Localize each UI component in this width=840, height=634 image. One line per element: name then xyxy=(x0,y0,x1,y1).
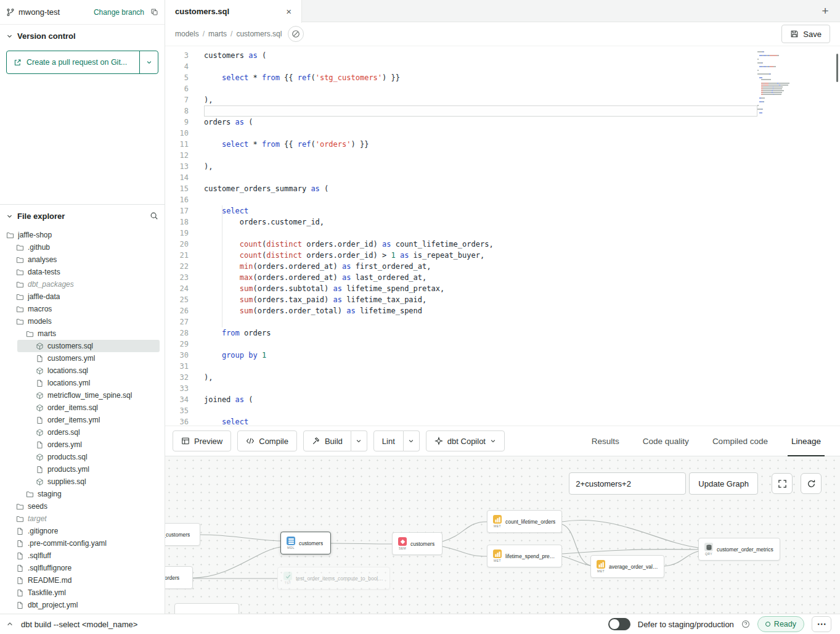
more-options-button[interactable]: ⋯ xyxy=(812,616,831,632)
code-line[interactable]: 16 xyxy=(165,194,840,205)
file-tree-item[interactable]: .sqlfluffignore xyxy=(0,562,165,574)
lineage-node-stg_customers[interactable]: MDLstg_customers xyxy=(165,523,200,546)
file-tree-item[interactable]: .sqlfluff xyxy=(0,550,165,562)
code-line[interactable]: 7), xyxy=(165,94,840,105)
build-button[interactable]: Build xyxy=(303,430,351,451)
file-tree-item[interactable]: order_items.sql xyxy=(0,401,165,414)
code-line[interactable]: 25 sum(orders.tax_paid) as lifetime_tax_… xyxy=(165,294,840,305)
chevron-down-icon[interactable] xyxy=(6,33,13,39)
file-tree-item[interactable]: models xyxy=(0,315,165,327)
code-line[interactable]: 28 from orders xyxy=(165,327,840,339)
code-editor[interactable]: 3customers as (45 select * from {{ ref('… xyxy=(165,46,840,426)
chevron-up-icon[interactable] xyxy=(6,620,14,628)
code-line[interactable]: 24 sum(orders.subtotal) as lifetime_spen… xyxy=(165,283,840,294)
scrollbar[interactable] xyxy=(836,54,838,82)
lineage-node-lifetime_spend_pretax[interactable]: METlifetime_spend_pretax xyxy=(487,545,562,567)
file-tree-item[interactable]: locations.sql xyxy=(0,364,165,377)
code-line[interactable]: 8 xyxy=(165,105,840,117)
breadcrumb-marts[interactable]: marts xyxy=(208,30,227,38)
preview-button[interactable]: Preview xyxy=(173,430,231,451)
code-line[interactable]: 9orders as ( xyxy=(165,117,840,128)
code-line[interactable]: 30 group by 1 xyxy=(165,350,840,361)
new-tab-button[interactable]: + xyxy=(810,0,840,22)
command-bar-text[interactable]: dbt build --select <model_name> xyxy=(21,620,137,629)
update-graph-button[interactable]: Update Graph xyxy=(689,472,758,495)
lineage-node-customers[interactable]: MDLcustomers xyxy=(280,532,331,554)
code-line[interactable]: 34joined as ( xyxy=(165,394,840,405)
code-line[interactable]: 13), xyxy=(165,161,840,172)
file-tree-item[interactable]: supplies.sql xyxy=(0,476,165,488)
file-tree-item[interactable]: seeds xyxy=(0,500,165,513)
file-tree-item[interactable]: products.yml xyxy=(0,463,165,476)
close-icon[interactable]: × xyxy=(286,7,292,16)
file-tree-item[interactable]: jaffle-data xyxy=(0,290,165,303)
tab-lineage[interactable]: Lineage xyxy=(780,426,833,456)
create-pr-button-main[interactable]: Create a pull request on Git... xyxy=(7,51,139,73)
lineage-panel[interactable]: MDLstg_customersMDLordersMDLcustomersSEM… xyxy=(165,456,840,614)
tab-customers-sql[interactable]: customers.sql × xyxy=(165,0,302,23)
lineage-node-average_order_value[interactable]: METaverage_order_value xyxy=(590,555,664,578)
lineage-node-orders[interactable]: MDLorders xyxy=(165,566,193,589)
tab-code-quality[interactable]: Code quality xyxy=(631,426,701,456)
code-line[interactable]: 20 count(distinct orders.order_id) as co… xyxy=(165,239,840,250)
lineage-node-customers[interactable]: SEMcustomers xyxy=(392,532,442,555)
version-control-header[interactable]: Version control xyxy=(0,25,165,47)
file-tree-item[interactable]: .pre-commit-config.yaml xyxy=(0,537,165,550)
code-line[interactable]: 5 select * from {{ ref('stg_customers') … xyxy=(165,72,840,83)
breadcrumb-file[interactable]: customers.sql xyxy=(236,30,282,38)
code-line[interactable]: 33 xyxy=(165,383,840,394)
file-tree-item[interactable]: dbt_project.yml xyxy=(0,599,165,611)
lint-dropdown-button[interactable] xyxy=(404,430,420,451)
file-tree-item[interactable]: jaffle-shop xyxy=(0,229,165,241)
compile-button[interactable]: Compile xyxy=(237,430,297,451)
lint-button[interactable]: Lint xyxy=(373,430,404,451)
code-line[interactable]: 36 select xyxy=(165,416,840,426)
code-line[interactable]: 22 min(orders.ordered_at) as first_order… xyxy=(165,261,840,272)
file-action-button[interactable] xyxy=(288,26,304,42)
code-line[interactable]: 27 xyxy=(165,316,840,327)
dbt-copilot-button[interactable]: dbt Copilot xyxy=(426,430,505,451)
lineage-node-customer_order_metrics[interactable]: QRYcustomer_order_metrics xyxy=(698,538,780,561)
file-tree-item[interactable]: Taskfile.yml xyxy=(0,587,165,599)
defer-toggle[interactable] xyxy=(608,618,630,630)
code-line[interactable]: 18 orders.customer_id, xyxy=(165,216,840,228)
code-line[interactable]: 19 xyxy=(165,228,840,239)
code-line[interactable]: 4 xyxy=(165,61,840,72)
change-branch-link[interactable]: Change branch xyxy=(94,8,144,17)
file-tree-item[interactable]: .github xyxy=(0,241,165,253)
code-line[interactable]: 17 select xyxy=(165,205,840,216)
code-line[interactable]: 32), xyxy=(165,372,840,383)
file-tree-item[interactable]: orders.sql xyxy=(0,426,165,438)
file-tree-item[interactable]: data-tests xyxy=(0,266,165,278)
file-tree-item[interactable]: staging xyxy=(0,488,165,500)
file-tree-item[interactable]: products.sql xyxy=(0,451,165,463)
code-line[interactable]: 26 sum(orders.order_total) as lifetime_s… xyxy=(165,305,840,316)
code-line[interactable]: 23 max(orders.ordered_at) as last_ordere… xyxy=(165,272,840,283)
file-tree-item[interactable]: target xyxy=(0,513,165,525)
create-pr-dropdown[interactable] xyxy=(139,51,158,73)
file-tree-item[interactable]: analyses xyxy=(0,253,165,266)
code-line[interactable]: 3customers as ( xyxy=(165,50,840,61)
code-line[interactable]: 11 select * from {{ ref('orders') }} xyxy=(165,139,840,150)
code-line[interactable]: 31 xyxy=(165,361,840,372)
file-tree-item[interactable]: customers.sql xyxy=(0,340,165,352)
file-tree-item[interactable]: orders.yml xyxy=(0,438,165,451)
file-explorer-header[interactable]: File explorer xyxy=(0,205,165,227)
code-line[interactable]: 12 xyxy=(165,150,840,161)
lineage-node[interactable] xyxy=(174,603,239,614)
file-tree-item[interactable]: macros xyxy=(0,303,165,315)
file-tree-item[interactable]: .gitignore xyxy=(0,525,165,537)
lineage-search-input[interactable] xyxy=(569,472,686,495)
file-tree-item[interactable]: README.md xyxy=(0,574,165,587)
save-button[interactable]: Save xyxy=(781,25,830,43)
breadcrumb-models[interactable]: models xyxy=(175,30,199,38)
code-line[interactable]: 10 xyxy=(165,128,840,139)
minimap[interactable] xyxy=(757,51,813,114)
tab-results[interactable]: Results xyxy=(580,426,631,456)
code-line[interactable]: 15customer_orders_summary as ( xyxy=(165,183,840,194)
chevron-down-icon[interactable] xyxy=(6,213,13,220)
build-dropdown-button[interactable] xyxy=(351,430,367,451)
tab-compiled-code[interactable]: Compiled code xyxy=(701,426,780,456)
file-tree-item[interactable]: order_items.yml xyxy=(0,414,165,426)
fullscreen-button[interactable] xyxy=(772,473,793,494)
